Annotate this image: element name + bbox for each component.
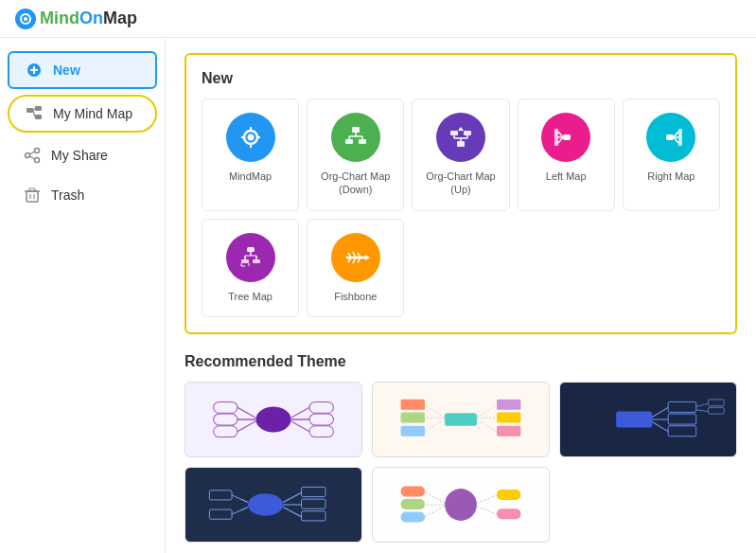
theme-item-3[interactable] xyxy=(559,382,737,457)
svg-rect-27 xyxy=(345,139,353,144)
fishbone-icon xyxy=(331,233,380,282)
theme-item-1[interactable] xyxy=(185,382,362,457)
svg-rect-75 xyxy=(214,426,237,437)
svg-rect-99 xyxy=(668,414,696,424)
svg-rect-17 xyxy=(29,188,35,191)
svg-line-93 xyxy=(477,419,497,432)
svg-line-70 xyxy=(237,407,255,418)
leftmap-icon xyxy=(541,113,590,162)
sidebar-item-trash[interactable]: Trash xyxy=(8,176,157,214)
svg-line-122 xyxy=(425,507,445,517)
svg-rect-95 xyxy=(616,411,652,427)
svg-rect-30 xyxy=(464,131,471,135)
treemap-icon xyxy=(226,233,275,282)
svg-rect-81 xyxy=(309,426,333,437)
recommended-theme-title: Recommended Theme xyxy=(185,353,737,370)
svg-rect-116 xyxy=(209,509,232,519)
svg-line-83 xyxy=(425,405,445,419)
svg-rect-88 xyxy=(401,426,425,437)
svg-rect-47 xyxy=(678,129,682,134)
logo-text: MindOnMap xyxy=(40,9,137,28)
svg-line-118 xyxy=(425,491,445,503)
svg-line-100 xyxy=(652,421,668,431)
theme-item-5[interactable] xyxy=(372,467,550,543)
svg-line-13 xyxy=(30,156,35,159)
map-item-treemap[interactable]: Tree Map xyxy=(202,219,299,317)
sidebar-new-label: New xyxy=(53,62,80,78)
svg-line-44 xyxy=(674,132,678,137)
svg-line-111 xyxy=(283,507,301,516)
svg-line-96 xyxy=(652,407,668,417)
svg-line-115 xyxy=(232,507,248,514)
svg-rect-82 xyxy=(445,413,477,426)
svg-point-106 xyxy=(248,493,283,516)
map-item-mindmap[interactable]: MindMap xyxy=(202,98,299,211)
svg-point-10 xyxy=(35,149,40,153)
svg-line-104 xyxy=(696,410,709,412)
svg-point-117 xyxy=(445,489,477,521)
svg-rect-105 xyxy=(708,407,724,414)
fishbone-label: Fishbone xyxy=(334,290,377,303)
map-item-fishbone[interactable]: Fishbone xyxy=(307,219,404,317)
svg-line-9 xyxy=(33,111,35,117)
orgchart-up-icon xyxy=(436,113,485,162)
app-logo: MindOnMap xyxy=(15,9,137,29)
svg-rect-22 xyxy=(352,127,360,133)
svg-line-87 xyxy=(425,419,445,432)
map-item-leftmap[interactable]: Left Map xyxy=(518,98,615,211)
svg-line-76 xyxy=(291,407,309,418)
leftmap-label: Left Map xyxy=(546,169,587,183)
svg-rect-97 xyxy=(668,401,696,412)
orgchart-down-icon xyxy=(331,113,380,162)
svg-rect-94 xyxy=(497,426,520,437)
svg-line-126 xyxy=(477,507,497,514)
svg-rect-119 xyxy=(401,486,425,496)
svg-line-102 xyxy=(696,403,709,406)
theme-empty-1 xyxy=(559,467,737,543)
svg-point-1 xyxy=(24,17,27,21)
svg-line-46 xyxy=(674,137,678,143)
map-item-rightmap[interactable]: Right Map xyxy=(623,98,720,211)
svg-point-12 xyxy=(26,153,30,158)
grid-empty-3 xyxy=(623,219,720,317)
trash-icon xyxy=(23,186,42,205)
orgchart-up-label: Org-Chart Map (Up) xyxy=(420,169,501,197)
svg-marker-68 xyxy=(365,255,370,260)
svg-rect-36 xyxy=(563,134,571,140)
svg-rect-50 xyxy=(247,247,255,252)
svg-rect-55 xyxy=(241,259,249,263)
sidebar-trash-label: Trash xyxy=(51,187,84,203)
new-section-title: New xyxy=(202,70,720,87)
svg-line-39 xyxy=(558,137,563,143)
svg-rect-84 xyxy=(401,400,425,410)
theme-item-2[interactable] xyxy=(372,382,550,457)
svg-line-113 xyxy=(232,495,248,503)
svg-rect-79 xyxy=(309,414,333,425)
sidebar-item-myshare[interactable]: My Share xyxy=(8,136,157,174)
svg-rect-43 xyxy=(666,134,674,140)
svg-rect-121 xyxy=(401,499,425,509)
sidebar-item-new[interactable]: New xyxy=(8,51,157,89)
svg-line-74 xyxy=(237,421,255,432)
svg-rect-35 xyxy=(457,141,465,147)
svg-rect-29 xyxy=(450,131,458,135)
rightmap-label: Right Map xyxy=(647,169,694,183)
svg-point-69 xyxy=(255,406,290,432)
svg-rect-6 xyxy=(35,106,42,111)
plus-icon xyxy=(25,61,44,80)
svg-rect-56 xyxy=(253,259,260,263)
mindmap-label: MindMap xyxy=(229,169,272,183)
svg-rect-28 xyxy=(359,139,366,144)
theme-item-4[interactable] xyxy=(185,467,362,543)
svg-line-107 xyxy=(283,492,301,502)
svg-line-8 xyxy=(33,109,35,111)
sidebar: New My Mind Map My Share xyxy=(0,38,166,553)
sidebar-item-mymindmap[interactable]: My Mind Map xyxy=(8,95,157,133)
map-item-orgchart-up[interactable]: Org-Chart Map (Up) xyxy=(412,98,509,211)
recommended-theme-section: Recommended Theme xyxy=(185,353,737,543)
map-item-orgchart-down[interactable]: Org-Chart Map (Down) xyxy=(307,98,404,211)
svg-rect-73 xyxy=(214,414,237,425)
svg-rect-90 xyxy=(497,400,520,410)
svg-rect-108 xyxy=(302,487,325,496)
svg-rect-110 xyxy=(302,499,325,508)
